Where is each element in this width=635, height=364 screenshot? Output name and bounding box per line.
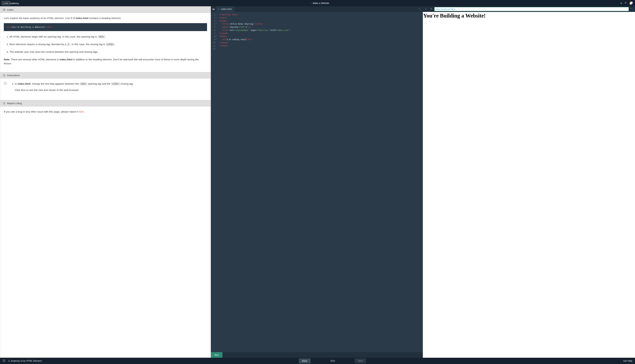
course-title-wrap[interactable]: ‹ Make a Website bbox=[19, 2, 620, 5]
instructions-heading-label: Instructions bbox=[7, 74, 20, 77]
browser-view[interactable]: You're Building a Website! bbox=[423, 12, 635, 358]
avatar[interactable] bbox=[629, 1, 633, 5]
svg-rect-5 bbox=[3, 362, 5, 362]
learn-heading-label: Learn bbox=[7, 8, 14, 11]
next-button[interactable]: Next bbox=[355, 358, 366, 363]
instructions-body: In index.html, change the text that appe… bbox=[0, 78, 211, 100]
run-button[interactable]: Run bbox=[211, 352, 222, 358]
bell-icon[interactable] bbox=[624, 2, 627, 5]
code-sample: <h1>You're Building a Website!</h1> bbox=[4, 23, 207, 31]
report-link[interactable]: here bbox=[79, 110, 84, 113]
status-dot-icon bbox=[620, 3, 622, 4]
book-icon bbox=[3, 8, 6, 11]
logo[interactable]: codecademy bbox=[2, 1, 19, 5]
learn-heading: Learn bbox=[0, 6, 211, 13]
folder-icon bbox=[212, 8, 215, 10]
chevron-left-icon: ‹ bbox=[310, 2, 311, 5]
code-editor[interactable]: 123456789101112 <!DOCTYPE html> <html> <… bbox=[211, 12, 423, 352]
learn-pane: Learn Let's explore the basic anatomy of… bbox=[0, 6, 211, 358]
expand-browser-button[interactable] bbox=[630, 7, 634, 11]
instructions-heading: Instructions bbox=[0, 72, 211, 78]
reload-icon bbox=[430, 8, 432, 10]
browser-back-button[interactable] bbox=[424, 7, 428, 11]
browser-bar: http://localhost:8000 bbox=[423, 6, 635, 12]
check-square-icon bbox=[3, 74, 6, 77]
top-nav: codecademy ‹ Make a Website bbox=[0, 0, 635, 6]
learn-intro: Let's explore the basic anatomy of an HT… bbox=[4, 16, 207, 20]
url-text: http://localhost:8000 bbox=[436, 8, 455, 10]
rendered-heading: You're Building a Website! bbox=[423, 13, 635, 19]
instruction-step-1: In index.html, change the text that appe… bbox=[15, 82, 207, 92]
expand-icon bbox=[631, 8, 633, 10]
get-help-button[interactable]: Get Help bbox=[623, 360, 632, 362]
logo-rest: cademy bbox=[10, 2, 19, 5]
logo-box: code bbox=[2, 1, 10, 5]
editor-tabs: × index.html bbox=[211, 6, 423, 12]
browser-pane: http://localhost:8000 You're Building a … bbox=[423, 6, 635, 358]
folder-button[interactable] bbox=[211, 6, 217, 12]
svg-rect-4 bbox=[3, 360, 5, 361]
question-circle-icon bbox=[3, 102, 6, 105]
editor-gutter: 123456789101112 bbox=[211, 12, 217, 352]
chevron-left-icon bbox=[425, 8, 427, 10]
editor-pane: × index.html 123456789101112 <!DOCTYPE h… bbox=[211, 6, 423, 358]
file-tab[interactable]: × index.html bbox=[217, 6, 235, 12]
lesson-title: 2. Anatomy of an HTML Element bbox=[8, 360, 42, 362]
bug-heading-label: Report a Bug bbox=[7, 102, 22, 105]
close-icon[interactable]: × bbox=[218, 8, 219, 10]
progress-indicator: 2/13 bbox=[330, 360, 335, 362]
run-bar: Run bbox=[211, 352, 423, 358]
learn-list: All HTML elements begin with an opening … bbox=[4, 35, 207, 54]
svg-rect-0 bbox=[3, 74, 5, 76]
expand-icon bbox=[419, 8, 421, 10]
learn-note: Note: There are several other HTML eleme… bbox=[4, 58, 207, 66]
code-area[interactable]: <!DOCTYPE html> <html> <head> <title>Oll… bbox=[217, 12, 423, 352]
bug-heading: Report a Bug bbox=[0, 100, 211, 106]
bottom-bar: 2. Anatomy of an HTML Element Back 2/13 … bbox=[0, 358, 635, 364]
menu-icon bbox=[3, 360, 5, 362]
step-checkbox[interactable] bbox=[4, 82, 7, 85]
expand-editor-button[interactable] bbox=[417, 6, 423, 12]
main-panes: Learn Let's explore the basic anatomy of… bbox=[0, 6, 635, 358]
learn-li-2: Most elements require a closing tag, den… bbox=[10, 42, 207, 46]
course-title: Make a Website bbox=[313, 2, 329, 4]
learn-scroll[interactable]: Learn Let's explore the basic anatomy of… bbox=[0, 6, 211, 358]
learn-li-1: All HTML elements begin with an opening … bbox=[10, 35, 207, 39]
url-bar[interactable]: http://localhost:8000 bbox=[434, 7, 629, 11]
bug-body: If you see a bug or any other issue with… bbox=[0, 106, 211, 120]
browser-reload-button[interactable] bbox=[429, 7, 433, 11]
back-button[interactable]: Back bbox=[299, 358, 311, 363]
menu-button[interactable] bbox=[3, 360, 5, 362]
learn-body: Let's explore the basic anatomy of an HT… bbox=[0, 13, 211, 72]
file-tab-label: index.html bbox=[221, 8, 232, 10]
learn-li-3: The website user only sees the content b… bbox=[10, 50, 207, 54]
